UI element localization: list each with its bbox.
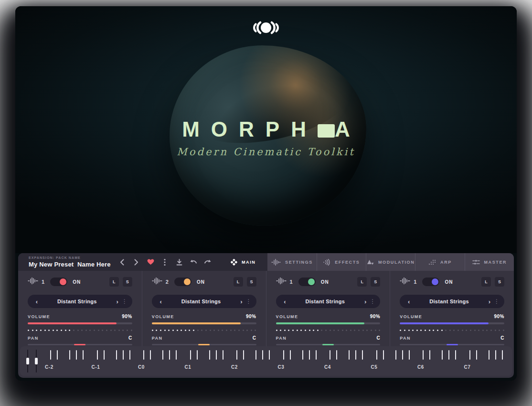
lock-button[interactable]: L bbox=[234, 277, 243, 287]
prev-preset-icon[interactable] bbox=[117, 258, 126, 267]
preset-next-icon[interactable]: › bbox=[485, 299, 494, 305]
meter-dot bbox=[177, 330, 178, 331]
volume-slider[interactable] bbox=[276, 322, 381, 324]
meter-dot bbox=[350, 330, 351, 331]
meter-dot bbox=[234, 330, 235, 331]
channel-waveform-icon bbox=[400, 277, 410, 287]
channel-on-toggle[interactable] bbox=[174, 278, 192, 286]
tab-main[interactable]: MAIN bbox=[219, 253, 267, 271]
channel-on-toggle[interactable] bbox=[298, 278, 316, 286]
pan-slider[interactable] bbox=[276, 344, 381, 345]
pan-slider[interactable] bbox=[152, 344, 256, 345]
diamond-grid-icon bbox=[231, 259, 237, 266]
range-handle-high[interactable] bbox=[36, 350, 37, 373]
range-handle-grip[interactable] bbox=[35, 358, 38, 364]
preset-prev-icon[interactable]: ‹ bbox=[281, 299, 289, 305]
meter-dot bbox=[412, 330, 414, 331]
preset-meta: EXPANSION: PACK NAME My New Preset Name … bbox=[29, 256, 113, 268]
preset-menu-icon[interactable]: ⋮ bbox=[122, 298, 128, 305]
preset-selector-name[interactable]: Distant Strings bbox=[41, 299, 113, 304]
meter-dot bbox=[499, 330, 500, 331]
tab-effects[interactable]: EFFECTS bbox=[317, 253, 366, 271]
channel-on-toggle[interactable] bbox=[422, 278, 439, 286]
meter-dot bbox=[238, 330, 240, 331]
key-tick bbox=[216, 350, 217, 360]
meter-dot bbox=[69, 330, 70, 331]
preset-selector[interactable]: ‹ Distant Strings › ⋮ bbox=[28, 295, 132, 308]
preset-menu-icon[interactable]: ⋮ bbox=[370, 298, 375, 305]
toggle-knob[interactable] bbox=[60, 278, 66, 285]
channel-state-label: ON bbox=[73, 279, 81, 285]
volume-value: 90% bbox=[494, 314, 504, 319]
tab-settings[interactable]: SETTINGS bbox=[267, 253, 316, 271]
preset-menu-icon[interactable]: ⋮ bbox=[494, 298, 500, 305]
more-options-icon[interactable] bbox=[160, 258, 169, 267]
channel-strip: 2 ON L S ‹ Distant Strings › ⋮ VOLUME 90… bbox=[142, 271, 266, 346]
solo-button[interactable]: S bbox=[495, 277, 504, 287]
tab-label: MAIN bbox=[242, 260, 255, 265]
meter-dot bbox=[189, 330, 190, 331]
volume-slider[interactable] bbox=[152, 322, 256, 324]
volume-slider[interactable] bbox=[28, 322, 132, 324]
preset-prev-icon[interactable]: ‹ bbox=[157, 299, 165, 305]
meter-dot bbox=[313, 330, 314, 331]
meter-dot bbox=[466, 330, 467, 331]
solo-button[interactable]: S bbox=[123, 277, 132, 287]
hero-artwork: MORPHA Modern Cinematic Toolkit bbox=[15, 6, 517, 253]
lock-button[interactable]: L bbox=[481, 277, 491, 287]
key-tick bbox=[97, 350, 98, 360]
preset-next-icon[interactable]: › bbox=[113, 299, 122, 305]
preset-prev-icon[interactable]: ‹ bbox=[32, 299, 41, 305]
undo-icon[interactable] bbox=[189, 258, 198, 267]
tab-modulation[interactable]: MODULATION bbox=[366, 253, 415, 271]
preset-next-icon[interactable]: › bbox=[361, 299, 370, 305]
preset-selector[interactable]: ‹ Distant Strings › ⋮ bbox=[276, 295, 381, 308]
meter-dot bbox=[375, 330, 376, 331]
meter-dot bbox=[197, 330, 199, 331]
preset-prev-icon[interactable]: ‹ bbox=[404, 299, 413, 305]
key-tick bbox=[116, 350, 117, 360]
key-tick bbox=[376, 350, 377, 360]
toggle-knob[interactable] bbox=[308, 278, 315, 285]
volume-slider[interactable] bbox=[400, 322, 504, 324]
key-tick bbox=[262, 350, 263, 360]
pan-label: PAN bbox=[152, 336, 163, 341]
meter-dot bbox=[251, 330, 252, 331]
lock-button[interactable]: L bbox=[109, 277, 119, 287]
volume-label: VOLUME bbox=[400, 314, 422, 319]
solo-button[interactable]: S bbox=[247, 277, 256, 287]
solo-button[interactable]: S bbox=[371, 277, 380, 287]
volume-value: 90% bbox=[122, 314, 132, 319]
meter-dot bbox=[77, 330, 79, 331]
triangle-wave-icon bbox=[367, 259, 374, 266]
preset-selector-name[interactable]: Distant Strings bbox=[289, 299, 362, 304]
preset-selector-name[interactable]: Distant Strings bbox=[413, 299, 485, 304]
preset-selector-name[interactable]: Distant Strings bbox=[165, 299, 237, 304]
key-tick bbox=[330, 350, 330, 360]
tab-arp[interactable]: ARP bbox=[415, 253, 464, 271]
range-handle-grip[interactable] bbox=[26, 358, 29, 364]
toggle-knob[interactable] bbox=[432, 278, 438, 285]
favorite-heart-icon[interactable] bbox=[146, 258, 155, 267]
preset-menu-icon[interactable]: ⋮ bbox=[246, 298, 252, 305]
pan-slider[interactable] bbox=[28, 344, 132, 345]
download-save-icon[interactable] bbox=[175, 258, 183, 267]
redo-icon[interactable] bbox=[203, 258, 212, 267]
channel-on-toggle[interactable] bbox=[50, 278, 67, 286]
preset-selector[interactable]: ‹ Distant Strings › ⋮ bbox=[152, 295, 256, 308]
meter-dot bbox=[362, 330, 364, 331]
next-preset-icon[interactable] bbox=[132, 258, 140, 267]
channel-header: 1 ON L S bbox=[400, 277, 504, 287]
key-tick bbox=[502, 350, 503, 360]
meter-dot bbox=[280, 330, 281, 331]
pan-fill bbox=[198, 344, 210, 345]
keyboard-range-strip[interactable]: C-2C-1C0C1C2C3C4C5C6C7 bbox=[20, 346, 512, 376]
lock-button[interactable]: L bbox=[357, 277, 367, 287]
preset-name[interactable]: My New Preset Name Here bbox=[29, 261, 113, 268]
toggle-knob[interactable] bbox=[184, 278, 191, 285]
preset-next-icon[interactable]: › bbox=[237, 299, 246, 305]
preset-selector[interactable]: ‹ Distant Strings › ⋮ bbox=[400, 295, 504, 308]
tab-master[interactable]: MASTER bbox=[465, 253, 514, 271]
pan-slider[interactable] bbox=[400, 344, 504, 345]
range-handle-low[interactable] bbox=[27, 350, 28, 373]
